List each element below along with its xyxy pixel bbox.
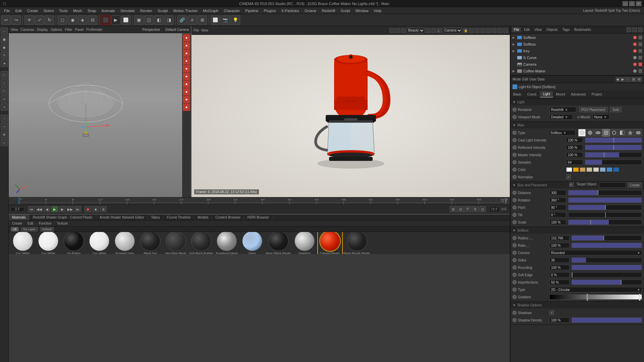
menu-redshift[interactable]: Redshift xyxy=(319,8,338,13)
create-btn[interactable]: Create xyxy=(627,182,642,188)
rpanel-tab-objects[interactable]: Objects xyxy=(544,27,560,32)
master-intensity-slider[interactable] xyxy=(585,152,642,158)
mat-tab-takes[interactable]: Takes xyxy=(148,215,163,220)
move-tool[interactable]: ✛ xyxy=(24,15,34,25)
tab-basic[interactable]: Basic xyxy=(511,92,524,97)
rpanel-btn-3[interactable] xyxy=(638,27,643,32)
3d-viewport-canvas[interactable]: X Y Z xyxy=(9,33,191,197)
poly-select[interactable]: ◈ xyxy=(78,15,87,25)
rpanel-btn-2[interactable] xyxy=(632,27,637,32)
color-blue-3[interactable] xyxy=(613,167,619,172)
menu-edit[interactable]: Edit xyxy=(13,8,24,13)
workplane-toggle[interactable]: ⊞ xyxy=(198,15,207,25)
shape-gradient[interactable] xyxy=(619,129,626,136)
rotation-value[interactable]: 360 ° xyxy=(549,197,566,203)
uvw-mode[interactable]: ◧ xyxy=(154,15,164,25)
rv-view[interactable]: View xyxy=(201,28,208,32)
rv-btn-12[interactable] xyxy=(497,28,502,33)
rv-btn-5[interactable] xyxy=(431,28,436,33)
timeline-btn-1[interactable]: ⊞ xyxy=(450,206,457,212)
tab-light[interactable]: Light xyxy=(540,91,553,98)
tree-item-softbox-1[interactable]: ▶ Softbox xyxy=(511,34,644,41)
create-cylinder[interactable]: ⬭ xyxy=(1,87,8,95)
props-btn-5[interactable]: ⚙ xyxy=(637,77,642,82)
rv-btn-10[interactable] xyxy=(486,28,491,33)
props-btn-3[interactable]: ↑ xyxy=(627,77,631,82)
solo-btn[interactable]: Solo xyxy=(610,107,622,112)
create-sphere[interactable]: ○ xyxy=(1,79,8,86)
props-edit-btn[interactable]: Edit xyxy=(522,77,528,81)
viewport-menu-prorender[interactable]: ProRender xyxy=(86,28,102,32)
shape-disc[interactable] xyxy=(594,129,602,136)
tab-mount[interactable]: Mount xyxy=(553,92,568,97)
camera-select[interactable]: Camera xyxy=(443,27,462,34)
material-item-hot-plate-black[interactable]: Hot Plate Black xyxy=(164,232,188,254)
next-frame-btn[interactable]: ▶▶ xyxy=(67,206,73,212)
tree-item-softbox-2[interactable]: ▶ Softbox xyxy=(511,41,644,48)
ratio-value[interactable]: 100 % xyxy=(549,243,570,248)
viewport-menu-options[interactable]: Options xyxy=(51,28,62,32)
camera-btn[interactable]: 📷 xyxy=(221,15,230,25)
mat-create-btn[interactable]: Create xyxy=(11,221,23,226)
shape-sphere[interactable] xyxy=(578,129,586,136)
tilt-value[interactable]: 0 ° xyxy=(549,212,566,218)
minimize-button[interactable]: ─ xyxy=(623,1,628,6)
imperfections-value[interactable]: 50 % xyxy=(549,280,570,285)
tag-tool[interactable]: ⌂ xyxy=(1,139,8,146)
beauty-select[interactable]: Beauty xyxy=(407,27,425,34)
strip-btn-5[interactable]: ■ xyxy=(183,65,190,72)
array-tool[interactable]: ⁘ xyxy=(1,115,8,122)
tab-advanced[interactable]: Advanced xyxy=(568,92,589,97)
size-placement-header[interactable]: ▼ Size and Placement ⊙ Target Object Cre… xyxy=(511,182,644,188)
target-btn[interactable]: ⊙ xyxy=(569,182,574,187)
menu-plugins[interactable]: Plugins xyxy=(261,8,278,13)
mat-edit-btn[interactable]: Edit xyxy=(26,221,35,226)
mat-tab-content[interactable]: Content Browser xyxy=(212,215,244,220)
strip-btn-6[interactable]: ■ xyxy=(183,73,190,80)
material-item-black-out[interactable]: Black Out xyxy=(138,232,162,254)
create-plane[interactable]: ▱ xyxy=(1,95,8,103)
menu-file[interactable]: File xyxy=(1,8,13,13)
mat-filter-default[interactable]: Default xyxy=(40,227,54,232)
reflected-slider[interactable] xyxy=(585,145,642,150)
shape-softbox[interactable] xyxy=(635,129,642,136)
light-section-header[interactable]: ▼ Light xyxy=(511,99,644,105)
menu-window[interactable]: Window xyxy=(353,8,371,13)
mat-tab-materials[interactable]: Materials xyxy=(9,215,30,220)
tilt-slider[interactable] xyxy=(568,212,642,218)
sculpt-mode[interactable]: ◨ xyxy=(164,15,174,25)
snap-toggle[interactable]: 🔗 xyxy=(177,15,187,25)
rotate-tool[interactable]: ↻ xyxy=(45,15,54,25)
rpanel-tab-view[interactable]: View xyxy=(532,27,544,32)
material-item-dull-black-rubber[interactable]: Dull Black Rubber xyxy=(189,232,213,254)
type-select[interactable]: Softbox ▼ xyxy=(549,130,576,135)
mat-tab-models[interactable]: Models xyxy=(194,215,212,220)
paint-tool[interactable]: ✎ xyxy=(1,52,8,59)
strip-btn-3[interactable]: ■ xyxy=(183,50,190,57)
loop-btn[interactable]: ⊕ xyxy=(100,206,107,212)
props-btn-1[interactable]: ◀ xyxy=(616,77,621,82)
mat-texture-btn[interactable]: Texture xyxy=(56,221,69,226)
viewport-menu-panel[interactable]: Panel xyxy=(75,28,84,32)
color-blue-2[interactable] xyxy=(606,167,612,172)
mat-filter-all[interactable]: All xyxy=(11,227,19,232)
ratio-slider[interactable] xyxy=(572,243,642,248)
undo-button[interactable]: ↩ xyxy=(1,15,11,25)
material-item-basic-black-plastic[interactable]: Basic Black Plastic xyxy=(266,232,291,254)
timeline-btn-2[interactable]: ⊟ xyxy=(457,206,464,212)
menu-sculpt[interactable]: Sculpt xyxy=(155,8,171,13)
go-start-btn[interactable]: ⏮ xyxy=(28,206,35,212)
material-item-stainless[interactable]: Stainless xyxy=(292,232,317,254)
rv-btn-1[interactable] xyxy=(389,28,394,33)
rv-file[interactable]: File xyxy=(194,28,199,32)
viewport-menu-view[interactable]: View xyxy=(11,28,18,32)
menu-script[interactable]: Script xyxy=(338,8,353,13)
tree-item-key[interactable]: ▶ Key xyxy=(511,48,644,54)
material-item-frosted-lines[interactable]: Frosted Lines xyxy=(113,232,137,254)
strip-btn-9[interactable]: ■ xyxy=(183,96,190,103)
tree-item-coffeemaker[interactable]: ▶ Coffee-Maker xyxy=(511,68,644,74)
generator-tool[interactable]: ⚙ xyxy=(1,131,8,138)
menu-octane[interactable]: Octane xyxy=(302,8,319,13)
menu-create[interactable]: Create xyxy=(24,8,41,13)
menu-pipeline[interactable]: Pipeline xyxy=(243,8,261,13)
